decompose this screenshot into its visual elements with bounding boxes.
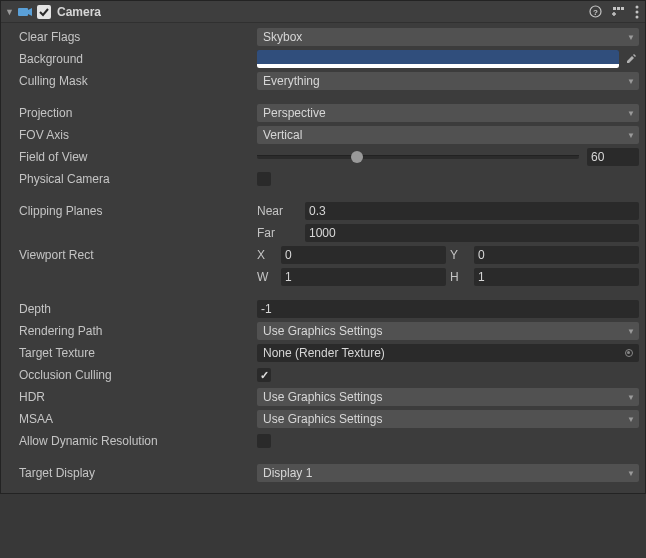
clipping-planes-label: Clipping Planes bbox=[19, 204, 257, 218]
y-label: Y bbox=[450, 248, 470, 262]
occlusion-culling-checkbox[interactable] bbox=[257, 368, 271, 382]
help-icon[interactable]: ? bbox=[589, 5, 602, 18]
target-texture-label: Target Texture bbox=[19, 346, 257, 360]
svg-point-8 bbox=[636, 15, 639, 18]
projection-label: Projection bbox=[19, 106, 257, 120]
occlusion-culling-label: Occlusion Culling bbox=[19, 368, 257, 382]
clipping-far-input[interactable] bbox=[305, 224, 639, 242]
allow-dynamic-resolution-checkbox[interactable] bbox=[257, 434, 271, 448]
hdr-dropdown[interactable]: Use Graphics Settings ▼ bbox=[257, 388, 639, 406]
physical-camera-label: Physical Camera bbox=[19, 172, 257, 186]
rendering-path-dropdown[interactable]: Use Graphics Settings ▼ bbox=[257, 322, 639, 340]
chevron-down-icon: ▼ bbox=[627, 469, 635, 478]
hdr-label: HDR bbox=[19, 390, 257, 404]
target-display-label: Target Display bbox=[19, 466, 257, 480]
color-swatch bbox=[257, 50, 619, 64]
viewport-w-input[interactable] bbox=[281, 268, 446, 286]
foldout-icon[interactable]: ▼ bbox=[5, 7, 15, 17]
allow-dynamic-resolution-label: Allow Dynamic Resolution bbox=[19, 434, 257, 448]
viewport-y-input[interactable] bbox=[474, 246, 639, 264]
chevron-down-icon: ▼ bbox=[627, 131, 635, 140]
x-label: X bbox=[257, 248, 277, 262]
chevron-down-icon: ▼ bbox=[627, 33, 635, 42]
svg-rect-5 bbox=[621, 7, 624, 10]
slider-thumb[interactable] bbox=[351, 151, 363, 163]
target-display-dropdown[interactable]: Display 1 ▼ bbox=[257, 464, 639, 482]
component-enable-checkbox[interactable] bbox=[37, 5, 51, 19]
svg-rect-3 bbox=[613, 7, 616, 10]
fov-slider[interactable] bbox=[257, 155, 579, 159]
background-label: Background bbox=[19, 52, 257, 66]
projection-dropdown[interactable]: Perspective ▼ bbox=[257, 104, 639, 122]
clear-flags-dropdown[interactable]: Skybox ▼ bbox=[257, 28, 639, 46]
svg-point-6 bbox=[636, 5, 639, 8]
physical-camera-checkbox[interactable] bbox=[257, 172, 271, 186]
target-texture-field[interactable]: None (Render Texture) bbox=[257, 344, 639, 362]
rendering-path-label: Rendering Path bbox=[19, 324, 257, 338]
component-title: Camera bbox=[57, 5, 589, 19]
svg-rect-0 bbox=[18, 8, 28, 16]
msaa-label: MSAA bbox=[19, 412, 257, 426]
svg-rect-4 bbox=[617, 7, 620, 10]
chevron-down-icon: ▼ bbox=[627, 327, 635, 336]
svg-point-7 bbox=[636, 10, 639, 13]
depth-label: Depth bbox=[19, 302, 257, 316]
viewport-x-input[interactable] bbox=[281, 246, 446, 264]
culling-mask-label: Culling Mask bbox=[19, 74, 257, 88]
far-label: Far bbox=[257, 226, 301, 240]
camera-component: ▼ Camera ? Clear Flags Skybox ▼ Backgrou… bbox=[0, 0, 646, 494]
menu-icon[interactable] bbox=[635, 5, 639, 19]
culling-mask-dropdown[interactable]: Everything ▼ bbox=[257, 72, 639, 90]
viewport-h-input[interactable] bbox=[474, 268, 639, 286]
fov-axis-dropdown[interactable]: Vertical ▼ bbox=[257, 126, 639, 144]
preset-icon[interactable] bbox=[612, 5, 625, 18]
chevron-down-icon: ▼ bbox=[627, 77, 635, 86]
fov-axis-label: FOV Axis bbox=[19, 128, 257, 142]
object-picker-icon[interactable] bbox=[621, 346, 637, 360]
msaa-dropdown[interactable]: Use Graphics Settings ▼ bbox=[257, 410, 639, 428]
chevron-down-icon: ▼ bbox=[627, 393, 635, 402]
clear-flags-label: Clear Flags bbox=[19, 30, 257, 44]
component-body: Clear Flags Skybox ▼ Background bbox=[1, 23, 645, 493]
viewport-rect-label: Viewport Rect bbox=[19, 248, 257, 262]
eyedropper-icon[interactable] bbox=[623, 53, 639, 65]
clipping-near-input[interactable] bbox=[305, 202, 639, 220]
chevron-down-icon: ▼ bbox=[627, 109, 635, 118]
depth-input[interactable] bbox=[257, 300, 639, 318]
background-color-field[interactable] bbox=[257, 50, 619, 68]
svg-text:?: ? bbox=[593, 8, 598, 17]
chevron-down-icon: ▼ bbox=[627, 415, 635, 424]
near-label: Near bbox=[257, 204, 301, 218]
h-label: H bbox=[450, 270, 470, 284]
fov-input[interactable] bbox=[587, 148, 639, 166]
w-label: W bbox=[257, 270, 277, 284]
camera-icon bbox=[17, 4, 33, 20]
field-of-view-label: Field of View bbox=[19, 150, 257, 164]
alpha-bar bbox=[257, 64, 619, 68]
component-header[interactable]: ▼ Camera ? bbox=[1, 1, 645, 23]
